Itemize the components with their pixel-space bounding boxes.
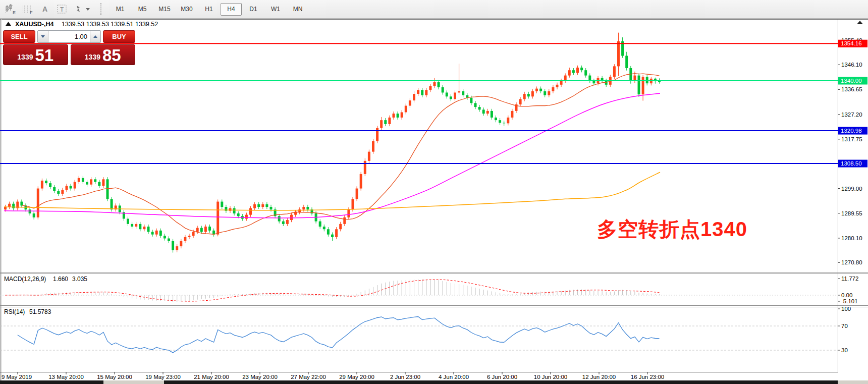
symbol-collapse-icon[interactable] — [6, 22, 11, 26]
candlestick-chart-glyph: E — [5, 4, 17, 15]
rsi-value: 51.5783 — [29, 308, 51, 315]
svg-text:23 May 20:00: 23 May 20:00 — [242, 374, 278, 380]
volume-increase-button[interactable] — [90, 31, 100, 42]
svg-text:12 Jun 20:00: 12 Jun 20:00 — [582, 374, 616, 380]
svg-text:1317.75: 1317.75 — [841, 136, 862, 142]
time-axis: 9 May 201913 May 20:0015 May 20:0019 May… — [2, 372, 664, 380]
toolbar-separator — [100, 3, 104, 15]
macd-value: 1.660 — [53, 276, 68, 283]
svg-text:70: 70 — [841, 323, 848, 329]
svg-text:21 May 20:00: 21 May 20:00 — [194, 374, 229, 380]
chart-symbol-title: XAUUSD-,H4 — [15, 21, 53, 28]
candles-layer — [4, 33, 661, 253]
svg-text:30: 30 — [841, 347, 848, 353]
svg-text:E: E — [13, 10, 16, 15]
svg-text:10 Jun 20:00: 10 Jun 20:00 — [534, 374, 568, 380]
svg-text:1336.65: 1336.65 — [841, 86, 862, 92]
svg-text:16 Jun 23:00: 16 Jun 23:00 — [631, 374, 665, 380]
timeframe-h4[interactable]: H4 — [221, 3, 242, 16]
text-label-icon[interactable]: T — [54, 2, 70, 16]
buy-price-big: 85 — [102, 46, 121, 65]
h-scrollbar-corner — [838, 380, 868, 384]
macd-signal-value: 3.035 — [72, 276, 87, 283]
chevron-up-icon — [93, 33, 97, 38]
font-a-icon[interactable]: A — [37, 2, 53, 16]
h-scrollbar-thumb[interactable] — [103, 380, 164, 384]
svg-text:19 May 23:00: 19 May 23:00 — [145, 374, 181, 380]
chart-ohlc-values: 1339.53 1339.53 1339.51 1339.52 — [62, 21, 158, 28]
scroll-top-icon[interactable] — [857, 21, 863, 24]
svg-text:1299.00: 1299.00 — [841, 186, 862, 192]
svg-text:1327.20: 1327.20 — [841, 112, 862, 118]
svg-text:29 May 20:00: 29 May 20:00 — [339, 374, 374, 380]
annotation-text: 多空转折点1340 — [597, 218, 747, 240]
svg-text:-5.101: -5.101 — [841, 298, 858, 304]
sell-price-display[interactable]: 1339 51 — [3, 44, 68, 65]
timeframe-m5[interactable]: M5 — [132, 3, 153, 16]
rsi-panel: 1007030 — [0, 306, 851, 353]
volume-spinner — [37, 30, 101, 43]
timeframe-m1[interactable]: M1 — [110, 3, 131, 16]
panel-separators — [0, 19, 868, 372]
font-a-glyph: A — [39, 4, 51, 15]
sell-button[interactable]: SELL — [3, 30, 35, 43]
svg-text:9 May 2019: 9 May 2019 — [2, 374, 32, 380]
svg-text:1346.10: 1346.10 — [841, 62, 862, 68]
buy-price-small: 1339 — [85, 53, 100, 61]
trade-order-row: SELL BUY — [3, 30, 135, 43]
svg-text:0.00: 0.00 — [841, 292, 852, 298]
svg-text:1320.98: 1320.98 — [841, 128, 862, 134]
svg-text:27 May 22:00: 27 May 22:00 — [291, 374, 326, 380]
trade-price-row: 1339 51 1339 85 — [3, 44, 135, 65]
chevron-down-icon — [41, 35, 45, 40]
volume-input[interactable] — [48, 31, 90, 42]
svg-text:T: T — [60, 6, 64, 13]
svg-text:1289.55: 1289.55 — [841, 210, 862, 216]
moving-averages-layer — [4, 74, 660, 235]
svg-text:1354.16: 1354.16 — [841, 40, 862, 46]
window-borders — [0, 19, 868, 384]
timeframe-w1[interactable]: W1 — [265, 3, 286, 16]
svg-text:1340.00: 1340.00 — [841, 78, 862, 84]
grid-glyph: F — [22, 4, 34, 15]
svg-text:1270.80: 1270.80 — [841, 259, 862, 265]
macd-panel: 11.7720.00-5.101 — [0, 276, 858, 304]
svg-text:6 Jun 20:00: 6 Jun 20:00 — [487, 374, 517, 380]
svg-text:13 May 20:00: 13 May 20:00 — [48, 374, 84, 380]
toolbar: E F A T — [0, 0, 868, 19]
one-click-trading-panel: SELL BUY 1339 51 1339 85 — [3, 30, 135, 65]
cursor-arrows-glyph — [73, 4, 93, 15]
timeframe-d1[interactable]: D1 — [243, 3, 264, 16]
sell-price-small: 1339 — [17, 53, 33, 61]
svg-text:100: 100 — [841, 306, 851, 312]
svg-text:15 May 20:00: 15 May 20:00 — [97, 374, 132, 380]
text-label-glyph: T — [56, 4, 68, 15]
svg-text:2 Jun 23:00: 2 Jun 23:00 — [390, 374, 420, 380]
rsi-label: RSI(14) — [4, 308, 25, 315]
macd-label: MACD(12,26,9) — [4, 276, 46, 283]
volume-decrease-button[interactable] — [38, 31, 48, 42]
mt4-window: E F A T — [0, 0, 868, 384]
candlestick-chart-icon[interactable]: E — [3, 2, 19, 16]
svg-text:A: A — [42, 5, 47, 13]
price-axis-tags: 1354.161340.001320.981308.50 — [838, 40, 867, 168]
svg-text:11.772: 11.772 — [841, 276, 858, 282]
timeframe-m30[interactable]: M30 — [176, 3, 197, 16]
sell-price-big: 51 — [35, 46, 53, 65]
h-scrollbar — [0, 380, 868, 384]
timeframe-m15[interactable]: M15 — [154, 3, 175, 16]
svg-text:4 Jun 20:00: 4 Jun 20:00 — [439, 374, 469, 380]
svg-text:1280.10: 1280.10 — [841, 235, 862, 241]
timeframe-mn[interactable]: MN — [287, 3, 308, 16]
svg-text:1308.50: 1308.50 — [841, 160, 862, 167]
buy-button[interactable]: BUY — [103, 30, 135, 43]
timeframe-h1[interactable]: H1 — [198, 3, 220, 16]
cursor-arrows-icon[interactable] — [71, 2, 94, 16]
buy-price-display[interactable]: 1339 85 — [71, 44, 136, 65]
grid-icon[interactable]: F — [20, 2, 36, 16]
svg-text:F: F — [30, 10, 33, 15]
price-axis: 1355.401346.101336.651327.201317.751308.… — [838, 37, 862, 266]
